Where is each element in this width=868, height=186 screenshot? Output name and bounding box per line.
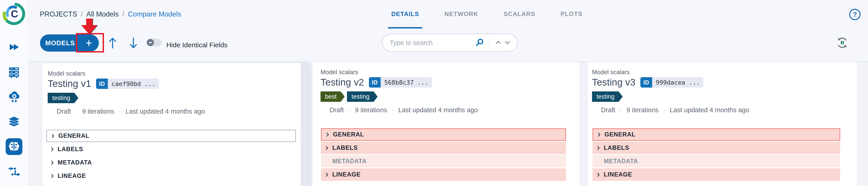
arrow-down-icon [129, 37, 138, 49]
sidebar-item-queues[interactable] [6, 63, 22, 80]
tab-scalars[interactable]: SCALARS [500, 0, 538, 28]
model-status: Draft [601, 106, 615, 114]
chevron-right-icon [50, 147, 55, 152]
search-box [382, 34, 518, 52]
tag-best: best [320, 91, 345, 102]
section-label: LABELS [332, 144, 358, 151]
id-value: 999dacea ... [652, 77, 704, 87]
sidebar-item-dashboard[interactable] [6, 39, 22, 55]
tab-plots[interactable]: PLOTS [557, 0, 586, 28]
section-row-general[interactable]: GENERAL [46, 130, 296, 142]
section-label: GENERAL [333, 131, 364, 138]
models-button-label: MODELS [40, 39, 79, 47]
model-id-chip[interactable]: ID 568b8c37 ... [369, 77, 432, 87]
breadcrumb-separator: / [122, 10, 124, 18]
section-label: LINEAGE [604, 171, 632, 178]
model-title: Testing v2 [320, 77, 364, 88]
breadcrumb-compare-models: Compare Models [128, 10, 181, 18]
search-input[interactable] [390, 39, 475, 47]
section-label: LINEAGE [332, 171, 361, 178]
card-subtitle: Model scalars [48, 70, 86, 77]
section-label: LINEAGE [58, 172, 86, 180]
breadcrumb-all-models[interactable]: All Models [86, 10, 119, 18]
section-label: LABELS [58, 146, 83, 153]
model-iterations: 9 iterations [627, 106, 659, 114]
model-card-testing-v1: Model scalars Testing v1 ID caef90bd ...… [42, 63, 311, 186]
section-row-labels[interactable]: LABELS [592, 142, 840, 154]
find-next-button[interactable] [503, 38, 512, 48]
meta-separator: · [75, 108, 78, 115]
model-iterations: 9 iterations [355, 106, 387, 114]
chevron-right-icon [324, 172, 329, 177]
sidebar-item-workers[interactable] [6, 88, 22, 105]
card-scrollbar[interactable] [301, 63, 311, 186]
tag-testing: testing [48, 93, 79, 103]
server-rack-icon [8, 65, 20, 78]
double-arrow-icon [8, 41, 20, 53]
chevron-down-icon [504, 39, 511, 46]
add-model-plus-button[interactable]: + [79, 34, 99, 52]
tab-network[interactable]: NETWORK [441, 0, 481, 28]
compare-content: Model scalars Testing v1 ID caef90bd ...… [28, 61, 868, 186]
arrow-up-icon [108, 37, 117, 49]
breadcrumb-separator: / [81, 10, 83, 18]
svg-text:C: C [11, 8, 18, 20]
card-subtitle: Model scalars [592, 69, 630, 76]
find-previous-button[interactable] [493, 38, 503, 48]
meta-separator: · [119, 108, 121, 115]
section-row-general[interactable]: GENERAL [592, 128, 840, 141]
chevron-right-icon [50, 174, 55, 179]
tag-testing: testing [347, 91, 378, 102]
section-label: LABELS [604, 144, 629, 151]
section-row-metadata[interactable]: METADATA [592, 155, 840, 167]
model-card-testing-v2: Model scalars Testing v2 ID 568b8c37 ...… [313, 61, 579, 186]
auto-refresh-button[interactable] [836, 36, 848, 49]
id-label: ID [640, 77, 652, 87]
section-label: GENERAL [58, 132, 90, 139]
pipeline-flow-icon [7, 166, 21, 178]
hide-identical-fields-label: Hide Identical Fields [166, 28, 227, 61]
section-row-lineage[interactable]: LINEAGE [46, 170, 296, 182]
top-header: PROJECTS / All Models / Compare Models D… [28, 0, 868, 28]
sidebar-item-pipelines[interactable] [6, 163, 22, 180]
model-updated: Last updated 4 months ago [398, 106, 477, 114]
layers-icon [7, 116, 21, 128]
next-diff-arrow-button[interactable] [128, 37, 138, 50]
models-button[interactable]: MODELS + [40, 34, 99, 52]
section-row-metadata[interactable]: METADATA [321, 155, 566, 167]
sidebar-item-models[interactable] [6, 138, 22, 155]
previous-diff-arrow-button[interactable] [107, 37, 118, 50]
chevron-up-icon [494, 39, 502, 46]
model-id-chip[interactable]: ID caef90bd ... [96, 79, 159, 89]
tag-testing: testing [592, 91, 623, 102]
clearml-logo-icon[interactable]: C [2, 2, 26, 26]
compare-toolbar: MODELS + Hide Identical Fields [28, 28, 868, 61]
model-id-chip[interactable]: ID 999dacea ... [640, 77, 704, 87]
model-iterations: 9 iterations [82, 108, 114, 115]
model-title: Testing v3 [592, 77, 636, 88]
section-row-lineage[interactable]: LINEAGE [592, 168, 840, 181]
section-row-general[interactable]: GENERAL [321, 128, 566, 141]
sidebar-item-datasets[interactable] [6, 113, 22, 130]
breadcrumb-projects[interactable]: PROJECTS [40, 10, 77, 18]
section-label: METADATA [58, 159, 92, 166]
id-value: caef90bd ... [108, 79, 159, 89]
section-row-metadata[interactable]: METADATA [46, 156, 296, 169]
hide-identical-fields-toggle[interactable] [147, 39, 162, 46]
help-icon[interactable]: ? [849, 9, 861, 20]
section-label: GENERAL [604, 131, 636, 138]
section-row-labels[interactable]: LABELS [321, 142, 566, 154]
chevron-right-icon [596, 145, 600, 151]
section-row-lineage[interactable]: LINEAGE [321, 168, 566, 181]
tab-details[interactable]: DETAILS [388, 0, 422, 28]
chevron-right-icon [51, 133, 55, 138]
section-label: METADATA [332, 158, 367, 165]
id-value: 568b8c37 ... [381, 77, 432, 87]
toggle-knob [147, 39, 154, 46]
meta-separator: · [392, 106, 394, 114]
section-row-labels[interactable]: LABELS [46, 143, 296, 156]
chevron-right-icon [50, 160, 55, 165]
id-label: ID [369, 77, 381, 87]
search-icon[interactable] [475, 38, 484, 48]
cloud-gear-icon [7, 90, 21, 103]
